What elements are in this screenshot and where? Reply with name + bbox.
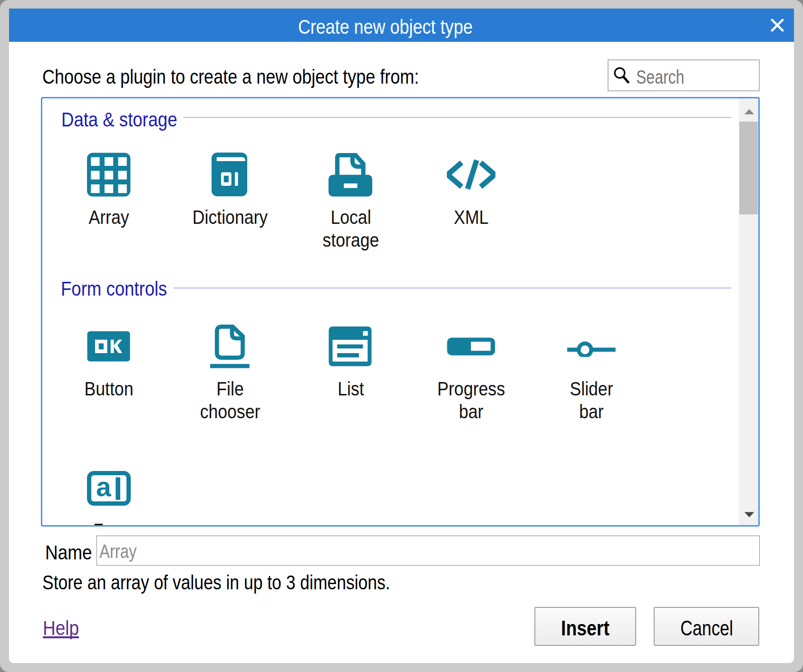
svg-text:a: a <box>96 471 112 502</box>
